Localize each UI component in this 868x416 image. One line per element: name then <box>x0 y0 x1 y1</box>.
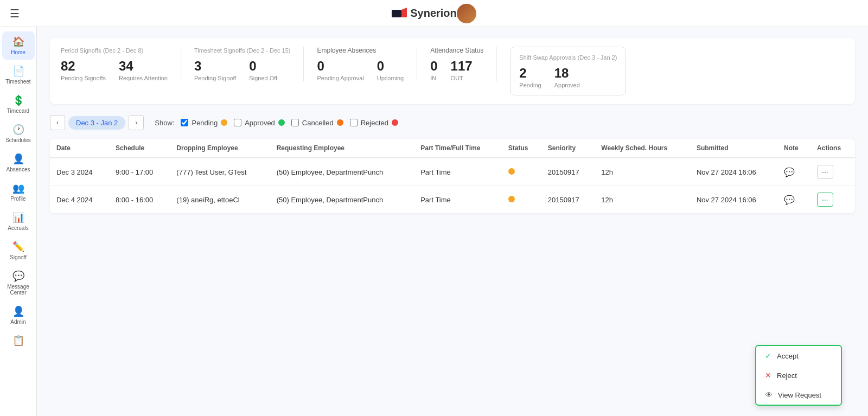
timesheet-pending: 3 Pending Signoff <box>194 60 236 81</box>
reject-label: Reject <box>777 372 797 380</box>
timesheet-signed-off: 0 Signed Off <box>249 60 277 81</box>
actions-dropdown-menu: ✓ Accept ✕ Reject 👁 View Request <box>755 345 842 406</box>
sidebar-label-accruals: Accruals <box>8 225 28 231</box>
absences-pending: 0 Pending Approval <box>317 60 363 81</box>
view-request-menu-item[interactable]: 👁 View Request <box>756 385 841 405</box>
period-signoffs-attention: 34 Requires Attention <box>119 60 168 81</box>
row2-actions-button[interactable]: ··· <box>817 193 833 207</box>
row2-submitted: Nov 27 2024 16:06 <box>690 186 777 214</box>
main-content: Period Signoffs (Dec 2 - Dec 8) 82 Pendi… <box>37 27 868 416</box>
col-dropping-employee: Dropping Employee <box>170 139 270 158</box>
sidebar-label-timesheet: Timesheet <box>5 79 30 85</box>
signoff-icon: ✏️ <box>12 241 24 253</box>
sidebar-item-message-center[interactable]: 💬 Message Center <box>2 266 35 300</box>
row1-submitted: Nov 27 2024 16:06 <box>690 158 777 186</box>
col-actions: Actions <box>810 139 855 158</box>
filter-rejected: Rejected <box>350 119 398 127</box>
row1-actions-button[interactable]: ··· <box>817 165 833 179</box>
table-row: Dec 4 2024 8:00 - 16:00 (19) aneiRg, ett… <box>50 186 855 214</box>
filter-cancelled: Cancelled <box>291 119 343 127</box>
period-signoffs-title: Period Signoffs (Dec 2 - Dec 8) <box>61 47 168 54</box>
col-date: Date <box>50 139 109 158</box>
sidebar-item-signoff[interactable]: ✏️ Signoff <box>2 236 35 265</box>
shift-swap-date: (Dec 3 - Jan 2) <box>578 54 617 61</box>
sidebar-item-schedules[interactable]: 🕐 Schedules <box>2 119 35 148</box>
sidebar-label-profile: Profile <box>10 196 25 202</box>
attendance-status-group: Attendance Status 0 IN 117 OUT <box>430 47 483 81</box>
logo-icon <box>392 8 407 20</box>
pending-checkbox[interactable] <box>181 119 188 126</box>
next-date-button[interactable]: › <box>129 115 144 130</box>
sidebar-label-message-center: Message Center <box>4 284 33 296</box>
timesheet-signoffs-group: Timesheet Signoffs (Dec 2 - Dec 15) 3 Pe… <box>194 47 291 81</box>
col-seniority: Seniority <box>541 139 595 158</box>
period-signoffs-date: (Dec 2 - Dec 8) <box>103 47 144 54</box>
row2-requesting-employee: (50) Employee, DepartmentPunch <box>270 186 414 214</box>
row1-note: 💬 <box>777 158 810 186</box>
show-label: Show: <box>155 119 174 127</box>
row1-schedule: 9:00 - 17:00 <box>109 158 170 186</box>
hamburger-menu[interactable]: ☰ <box>10 7 20 20</box>
employee-absences-section: Employee Absences 0 Pending Approval 0 U… <box>317 47 417 81</box>
accruals-icon: 📊 <box>12 212 24 223</box>
accept-icon: ✓ <box>765 351 771 360</box>
sidebar-label-signoff: Signoff <box>10 254 27 260</box>
pending-dot <box>221 119 227 126</box>
col-submitted: Submitted <box>690 139 777 158</box>
shift-swap-title: Shift Swap Approvals (Dec 3 - Jan 2) <box>519 54 617 61</box>
reject-menu-item[interactable]: ✕ Reject <box>756 366 841 385</box>
row2-actions: ··· <box>810 186 855 214</box>
row2-schedule: 8:00 - 16:00 <box>109 186 170 214</box>
approved-dot <box>278 119 285 126</box>
data-table: Date Schedule Dropping Employee Requesti… <box>50 139 855 213</box>
cancelled-checkbox[interactable] <box>291 119 299 126</box>
prev-date-button[interactable]: ‹ <box>50 115 65 130</box>
row1-status <box>502 158 541 186</box>
row2-seniority: 20150917 <box>541 186 595 214</box>
reject-icon: ✕ <box>765 371 771 380</box>
table-wrapper: Date Schedule Dropping Employee Requesti… <box>50 139 855 213</box>
user-avatar[interactable] <box>457 4 476 23</box>
employee-absences-values: 0 Pending Approval 0 Upcoming <box>317 60 404 81</box>
table-body: Dec 3 2024 9:00 - 17:00 (777) Test User,… <box>50 158 855 213</box>
rejected-dot <box>392 119 398 126</box>
sidebar-label-admin: Admin <box>10 319 25 325</box>
sidebar-item-extra[interactable]: 📋 <box>2 330 35 351</box>
approved-checkbox[interactable] <box>234 119 241 126</box>
shift-swap-section: Shift Swap Approvals (Dec 3 - Jan 2) 2 P… <box>510 47 626 95</box>
schedules-icon: 🕐 <box>12 124 24 136</box>
profile-icon: 👥 <box>12 182 24 194</box>
shift-swap-group: Shift Swap Approvals (Dec 3 - Jan 2) 2 P… <box>519 54 617 88</box>
row1-part-full-time: Part Time <box>414 158 502 186</box>
view-icon: 👁 <box>765 391 773 399</box>
row1-actions: ··· <box>810 158 855 186</box>
row1-requesting-employee: (50) Employee, DepartmentPunch <box>270 158 414 186</box>
period-signoffs-section: Period Signoffs (Dec 2 - Dec 8) 82 Pendi… <box>61 47 181 81</box>
sidebar-item-absences[interactable]: 👤 Absences <box>2 149 35 177</box>
sidebar-item-timecard[interactable]: 💲 Timecard <box>2 90 35 118</box>
row1-note-button[interactable]: 💬 <box>784 167 795 177</box>
row1-status-dot <box>508 168 515 175</box>
filter-pending: Pending <box>181 119 227 127</box>
rejected-checkbox[interactable] <box>350 119 358 126</box>
logo-text: Synerion <box>410 7 457 20</box>
employee-absences-group: Employee Absences 0 Pending Approval 0 U… <box>317 47 404 81</box>
sidebar-item-admin[interactable]: 👤 Admin <box>2 301 35 329</box>
date-range-button[interactable]: Dec 3 - Jan 2 <box>68 116 125 130</box>
sidebar-item-timesheet[interactable]: 📄 Timesheet <box>2 61 35 89</box>
app-logo: Synerion <box>392 7 457 20</box>
row2-note-button[interactable]: 💬 <box>784 195 795 205</box>
sidebar-item-home[interactable]: 🏠 Home <box>2 31 35 60</box>
accept-menu-item[interactable]: ✓ Accept <box>756 346 841 366</box>
date-navigation: ‹ Dec 3 - Jan 2 › <box>50 115 144 130</box>
sidebar-item-profile[interactable]: 👥 Profile <box>2 178 35 206</box>
employee-absences-title: Employee Absences <box>317 47 404 54</box>
home-icon: 🏠 <box>12 36 24 48</box>
view-request-label: View Request <box>778 391 821 399</box>
filter-approved: Approved <box>234 119 285 127</box>
row2-date: Dec 4 2024 <box>50 186 109 214</box>
period-signoffs-values: 82 Pending Signoffs 34 Requires Attentio… <box>61 60 168 81</box>
approved-label: Approved <box>245 119 275 127</box>
sidebar-item-accruals[interactable]: 📊 Accruals <box>2 207 35 235</box>
filter-bar: ‹ Dec 3 - Jan 2 › Show: Pending Approved… <box>50 115 855 130</box>
